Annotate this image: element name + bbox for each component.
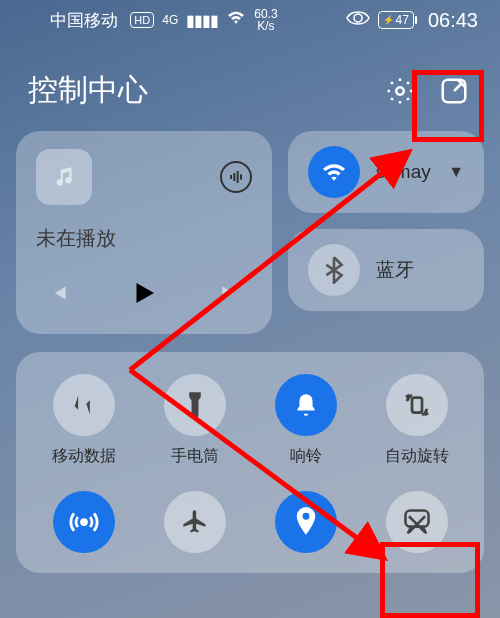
svg-point-0 — [396, 87, 404, 95]
prev-track-button[interactable] — [44, 280, 70, 310]
chevron-down-icon[interactable]: ▼ — [448, 163, 464, 181]
clock: 06:43 — [428, 9, 478, 32]
control-center-header: 控制中心 — [0, 40, 500, 131]
tile-label: 自动旋转 — [385, 446, 449, 467]
network-type: 4G — [162, 13, 178, 27]
tile-mobile-data[interactable]: 移动数据 — [29, 374, 139, 467]
wifi-label: ssmay — [376, 161, 432, 183]
hotspot-icon — [53, 491, 115, 553]
screenshot-icon — [386, 491, 448, 553]
tile-label: 手电筒 — [171, 446, 219, 467]
play-button[interactable] — [129, 278, 159, 312]
rotate-icon — [386, 374, 448, 436]
net-speed: 60.3K/s — [254, 8, 277, 32]
svg-point-7 — [81, 520, 86, 525]
location-icon — [275, 491, 337, 553]
signal-icon: ▮▮▮▮ — [186, 11, 218, 30]
carrier-label: 中国移动 — [50, 9, 118, 32]
edit-button[interactable] — [436, 73, 472, 109]
hd-badge: HD — [130, 12, 154, 28]
tile-label: 移动数据 — [52, 446, 116, 467]
airplane-icon — [164, 491, 226, 553]
quick-tiles-panel: 移动数据 手电筒 响铃 自动旋转 — [16, 352, 484, 573]
next-track-button[interactable] — [218, 280, 244, 310]
tile-label: 响铃 — [290, 446, 322, 467]
tile-flashlight[interactable]: 手电筒 — [140, 374, 250, 467]
wifi-tile[interactable]: ssmay ▼ — [288, 131, 484, 213]
tile-location[interactable] — [251, 491, 361, 563]
tile-auto-rotate[interactable]: 自动旋转 — [362, 374, 472, 467]
page-title: 控制中心 — [28, 70, 364, 111]
wifi-icon — [308, 146, 360, 198]
bluetooth-label: 蓝牙 — [376, 257, 464, 283]
bluetooth-icon — [308, 244, 360, 296]
svg-rect-3 — [233, 173, 235, 181]
wifi-icon — [226, 10, 246, 30]
settings-button[interactable] — [382, 73, 418, 109]
status-bar: 中国移动 HD 4G ▮▮▮▮ 60.3K/s ⚡47 06:43 — [0, 0, 500, 40]
svg-rect-6 — [412, 398, 422, 413]
tile-airplane[interactable] — [140, 491, 250, 563]
svg-rect-2 — [230, 175, 232, 179]
tile-screenshot[interactable] — [362, 491, 472, 563]
bluetooth-tile[interactable]: 蓝牙 — [288, 229, 484, 311]
mobile-data-icon — [53, 374, 115, 436]
audio-output-icon[interactable] — [220, 161, 252, 193]
svg-rect-4 — [236, 171, 238, 183]
flashlight-icon — [164, 374, 226, 436]
battery-icon: ⚡47 — [378, 11, 414, 29]
eye-icon — [346, 10, 370, 30]
media-status-label: 未在播放 — [36, 225, 252, 252]
tile-hotspot[interactable] — [29, 491, 139, 563]
tile-ringer[interactable]: 响铃 — [251, 374, 361, 467]
media-card[interactable]: 未在播放 — [16, 131, 272, 334]
music-note-icon — [36, 149, 92, 205]
svg-rect-5 — [240, 174, 242, 179]
bell-icon — [275, 374, 337, 436]
